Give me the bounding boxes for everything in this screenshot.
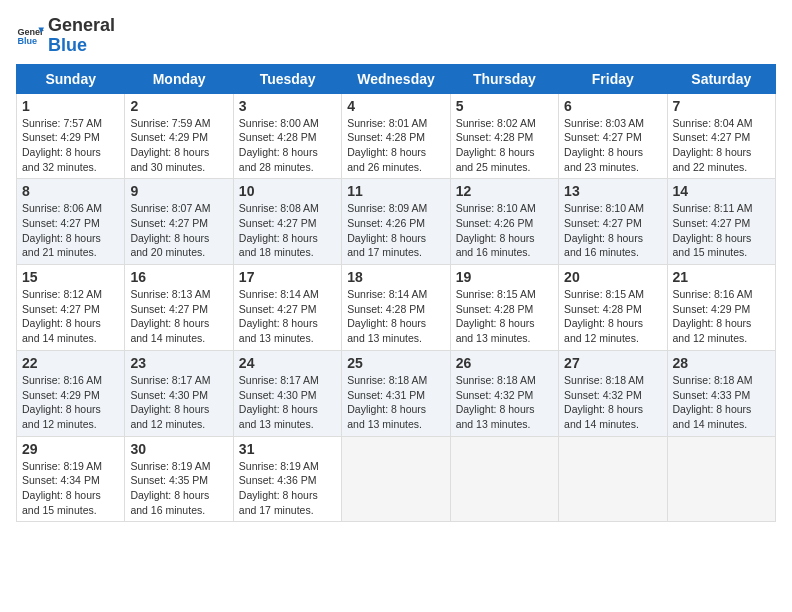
calendar-cell: 28 Sunrise: 8:18 AMSunset: 4:33 PMDaylig… (667, 350, 775, 436)
calendar-cell: 19 Sunrise: 8:15 AMSunset: 4:28 PMDaylig… (450, 265, 558, 351)
weekday-header-friday: Friday (559, 64, 667, 93)
day-number: 17 (239, 269, 336, 285)
day-info: Sunrise: 8:06 AMSunset: 4:27 PMDaylight:… (22, 202, 102, 258)
weekday-header-tuesday: Tuesday (233, 64, 341, 93)
day-info: Sunrise: 8:19 AMSunset: 4:36 PMDaylight:… (239, 460, 319, 516)
day-number: 9 (130, 183, 227, 199)
day-info: Sunrise: 8:12 AMSunset: 4:27 PMDaylight:… (22, 288, 102, 344)
logo-general: General (48, 15, 115, 35)
logo-text: General Blue (48, 16, 115, 56)
day-number: 30 (130, 441, 227, 457)
calendar-cell: 16 Sunrise: 8:13 AMSunset: 4:27 PMDaylig… (125, 265, 233, 351)
day-number: 20 (564, 269, 661, 285)
day-info: Sunrise: 8:18 AMSunset: 4:32 PMDaylight:… (456, 374, 536, 430)
day-info: Sunrise: 8:15 AMSunset: 4:28 PMDaylight:… (456, 288, 536, 344)
calendar-cell: 24 Sunrise: 8:17 AMSunset: 4:30 PMDaylig… (233, 350, 341, 436)
day-info: Sunrise: 8:16 AMSunset: 4:29 PMDaylight:… (22, 374, 102, 430)
day-number: 25 (347, 355, 444, 371)
calendar-cell: 3 Sunrise: 8:00 AMSunset: 4:28 PMDayligh… (233, 93, 341, 179)
day-number: 21 (673, 269, 770, 285)
day-info: Sunrise: 8:00 AMSunset: 4:28 PMDaylight:… (239, 117, 319, 173)
day-info: Sunrise: 8:07 AMSunset: 4:27 PMDaylight:… (130, 202, 210, 258)
calendar-cell: 12 Sunrise: 8:10 AMSunset: 4:26 PMDaylig… (450, 179, 558, 265)
calendar-cell: 20 Sunrise: 8:15 AMSunset: 4:28 PMDaylig… (559, 265, 667, 351)
week-row-3: 15 Sunrise: 8:12 AMSunset: 4:27 PMDaylig… (17, 265, 776, 351)
day-number: 27 (564, 355, 661, 371)
day-number: 5 (456, 98, 553, 114)
day-info: Sunrise: 8:18 AMSunset: 4:33 PMDaylight:… (673, 374, 753, 430)
calendar-cell: 1 Sunrise: 7:57 AMSunset: 4:29 PMDayligh… (17, 93, 125, 179)
day-info: Sunrise: 7:59 AMSunset: 4:29 PMDaylight:… (130, 117, 210, 173)
calendar-cell: 30 Sunrise: 8:19 AMSunset: 4:35 PMDaylig… (125, 436, 233, 522)
day-info: Sunrise: 8:10 AMSunset: 4:27 PMDaylight:… (564, 202, 644, 258)
day-number: 6 (564, 98, 661, 114)
day-number: 29 (22, 441, 119, 457)
week-row-4: 22 Sunrise: 8:16 AMSunset: 4:29 PMDaylig… (17, 350, 776, 436)
day-info: Sunrise: 8:11 AMSunset: 4:27 PMDaylight:… (673, 202, 753, 258)
calendar-cell: 2 Sunrise: 7:59 AMSunset: 4:29 PMDayligh… (125, 93, 233, 179)
day-info: Sunrise: 8:03 AMSunset: 4:27 PMDaylight:… (564, 117, 644, 173)
calendar-cell: 17 Sunrise: 8:14 AMSunset: 4:27 PMDaylig… (233, 265, 341, 351)
day-number: 4 (347, 98, 444, 114)
weekday-header-monday: Monday (125, 64, 233, 93)
day-number: 31 (239, 441, 336, 457)
day-number: 1 (22, 98, 119, 114)
day-number: 26 (456, 355, 553, 371)
day-number: 16 (130, 269, 227, 285)
day-info: Sunrise: 8:16 AMSunset: 4:29 PMDaylight:… (673, 288, 753, 344)
weekday-header-sunday: Sunday (17, 64, 125, 93)
calendar-cell: 8 Sunrise: 8:06 AMSunset: 4:27 PMDayligh… (17, 179, 125, 265)
day-info: Sunrise: 8:19 AMSunset: 4:35 PMDaylight:… (130, 460, 210, 516)
calendar-cell: 27 Sunrise: 8:18 AMSunset: 4:32 PMDaylig… (559, 350, 667, 436)
day-info: Sunrise: 8:10 AMSunset: 4:26 PMDaylight:… (456, 202, 536, 258)
calendar-table: SundayMondayTuesdayWednesdayThursdayFrid… (16, 64, 776, 523)
week-row-1: 1 Sunrise: 7:57 AMSunset: 4:29 PMDayligh… (17, 93, 776, 179)
day-number: 22 (22, 355, 119, 371)
day-number: 11 (347, 183, 444, 199)
day-number: 14 (673, 183, 770, 199)
calendar-cell: 22 Sunrise: 8:16 AMSunset: 4:29 PMDaylig… (17, 350, 125, 436)
day-info: Sunrise: 8:17 AMSunset: 4:30 PMDaylight:… (239, 374, 319, 430)
day-number: 28 (673, 355, 770, 371)
day-number: 15 (22, 269, 119, 285)
header-area: General Blue General Blue (16, 16, 776, 56)
calendar-cell: 15 Sunrise: 8:12 AMSunset: 4:27 PMDaylig… (17, 265, 125, 351)
calendar-cell: 26 Sunrise: 8:18 AMSunset: 4:32 PMDaylig… (450, 350, 558, 436)
day-number: 18 (347, 269, 444, 285)
day-number: 8 (22, 183, 119, 199)
weekday-header-wednesday: Wednesday (342, 64, 450, 93)
weekday-header-thursday: Thursday (450, 64, 558, 93)
day-info: Sunrise: 8:08 AMSunset: 4:27 PMDaylight:… (239, 202, 319, 258)
weekday-header-saturday: Saturday (667, 64, 775, 93)
calendar-cell: 9 Sunrise: 8:07 AMSunset: 4:27 PMDayligh… (125, 179, 233, 265)
logo-icon: General Blue (16, 22, 44, 50)
calendar-cell: 23 Sunrise: 8:17 AMSunset: 4:30 PMDaylig… (125, 350, 233, 436)
day-number: 2 (130, 98, 227, 114)
day-info: Sunrise: 8:17 AMSunset: 4:30 PMDaylight:… (130, 374, 210, 430)
weekday-header-row: SundayMondayTuesdayWednesdayThursdayFrid… (17, 64, 776, 93)
day-info: Sunrise: 8:19 AMSunset: 4:34 PMDaylight:… (22, 460, 102, 516)
calendar-cell: 5 Sunrise: 8:02 AMSunset: 4:28 PMDayligh… (450, 93, 558, 179)
calendar-cell: 4 Sunrise: 8:01 AMSunset: 4:28 PMDayligh… (342, 93, 450, 179)
day-number: 19 (456, 269, 553, 285)
calendar-cell: 13 Sunrise: 8:10 AMSunset: 4:27 PMDaylig… (559, 179, 667, 265)
day-number: 3 (239, 98, 336, 114)
calendar-cell: 31 Sunrise: 8:19 AMSunset: 4:36 PMDaylig… (233, 436, 341, 522)
logo-blue: Blue (48, 35, 87, 55)
day-number: 13 (564, 183, 661, 199)
day-info: Sunrise: 8:14 AMSunset: 4:28 PMDaylight:… (347, 288, 427, 344)
day-info: Sunrise: 7:57 AMSunset: 4:29 PMDaylight:… (22, 117, 102, 173)
calendar-cell (450, 436, 558, 522)
calendar-cell (667, 436, 775, 522)
calendar-cell: 18 Sunrise: 8:14 AMSunset: 4:28 PMDaylig… (342, 265, 450, 351)
day-info: Sunrise: 8:18 AMSunset: 4:32 PMDaylight:… (564, 374, 644, 430)
calendar-cell: 25 Sunrise: 8:18 AMSunset: 4:31 PMDaylig… (342, 350, 450, 436)
week-row-2: 8 Sunrise: 8:06 AMSunset: 4:27 PMDayligh… (17, 179, 776, 265)
calendar-cell: 21 Sunrise: 8:16 AMSunset: 4:29 PMDaylig… (667, 265, 775, 351)
calendar-cell: 10 Sunrise: 8:08 AMSunset: 4:27 PMDaylig… (233, 179, 341, 265)
calendar-cell: 6 Sunrise: 8:03 AMSunset: 4:27 PMDayligh… (559, 93, 667, 179)
calendar-cell (559, 436, 667, 522)
day-info: Sunrise: 8:14 AMSunset: 4:27 PMDaylight:… (239, 288, 319, 344)
calendar-cell: 14 Sunrise: 8:11 AMSunset: 4:27 PMDaylig… (667, 179, 775, 265)
svg-text:Blue: Blue (17, 36, 37, 46)
